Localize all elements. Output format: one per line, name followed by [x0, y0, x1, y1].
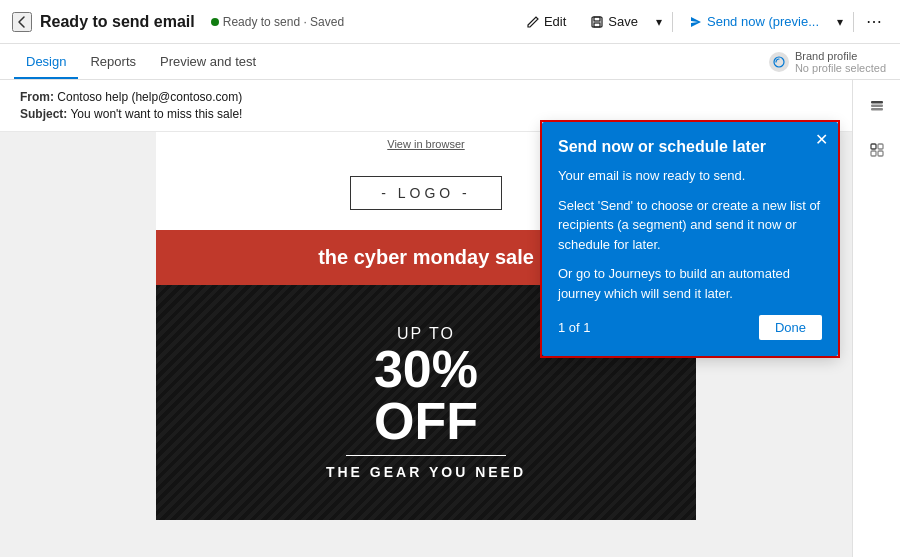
status-badge: Ready to send · Saved: [211, 15, 344, 29]
svg-rect-7: [871, 144, 876, 149]
brand-icon: [769, 52, 789, 72]
sidebar-content-button[interactable]: [859, 132, 895, 168]
tab-preview[interactable]: Preview and test: [148, 46, 268, 79]
edit-button[interactable]: Edit: [516, 9, 576, 34]
brand-label-text: Brand profile No profile selected: [795, 50, 886, 74]
popup-done-button[interactable]: Done: [759, 315, 822, 340]
separator2: [853, 12, 854, 32]
email-from: From: Contoso help (help@contoso.com): [20, 90, 832, 104]
svg-rect-5: [871, 105, 883, 108]
popup: ✕ Send now or schedule later Your email …: [542, 122, 838, 356]
popup-line3: Or go to Journeys to build an automated …: [558, 264, 822, 303]
send-dropdown-button[interactable]: ▾: [833, 10, 847, 34]
view-in-browser-link[interactable]: View in browser: [387, 138, 464, 150]
percent-text: 30%: [326, 343, 526, 395]
separator: [672, 12, 673, 32]
popup-line1: Your email is now ready to send.: [558, 166, 822, 186]
brand-profile: Brand profile No profile selected: [769, 50, 886, 74]
status-dot: [211, 18, 219, 26]
popup-line2: Select 'Send' to choose or create a new …: [558, 196, 822, 255]
popup-close-button[interactable]: ✕: [815, 132, 828, 148]
email-subject: Subject: You won't want to miss this sal…: [20, 107, 832, 121]
tab-reports[interactable]: Reports: [78, 46, 148, 79]
right-sidebar: [852, 80, 900, 557]
status-text: Ready to send · Saved: [223, 15, 344, 29]
sale-sub: THE GEAR YOU NEED: [326, 464, 526, 480]
svg-rect-1: [594, 17, 600, 21]
page-title: Ready to send email: [40, 13, 195, 31]
tabs-bar: Design Reports Preview and test Brand pr…: [0, 44, 900, 80]
tab-design[interactable]: Design: [14, 46, 78, 79]
save-dropdown-button[interactable]: ▾: [652, 10, 666, 34]
svg-rect-8: [878, 144, 883, 149]
off-text: OFF: [326, 395, 526, 447]
top-bar: Ready to send email Ready to send · Save…: [0, 0, 900, 44]
save-button[interactable]: Save: [580, 9, 648, 34]
sidebar-layers-button[interactable]: [859, 88, 895, 124]
popup-footer: 1 of 1 Done: [558, 315, 822, 340]
top-bar-actions: Edit Save ▾ Send now (previe... ▾ ⋯: [516, 7, 888, 36]
send-now-button[interactable]: Send now (previe...: [679, 9, 829, 34]
more-button[interactable]: ⋯: [860, 7, 888, 36]
svg-rect-6: [871, 108, 883, 111]
sale-text: UP TO 30% OFF THE GEAR YOU NEED: [326, 325, 526, 480]
svg-rect-10: [878, 151, 883, 156]
svg-rect-4: [871, 101, 883, 104]
main-area: From: Contoso help (help@contoso.com) Su…: [0, 80, 900, 557]
popup-counter: 1 of 1: [558, 320, 591, 335]
logo-box: - LOGO -: [350, 176, 502, 210]
popup-title: Send now or schedule later: [558, 138, 822, 156]
popup-body: Your email is now ready to send. Select …: [558, 166, 822, 303]
back-button[interactable]: [12, 12, 32, 32]
sale-divider: [346, 455, 506, 456]
popup-overlay: ✕ Send now or schedule later Your email …: [540, 120, 840, 358]
svg-rect-9: [871, 151, 876, 156]
